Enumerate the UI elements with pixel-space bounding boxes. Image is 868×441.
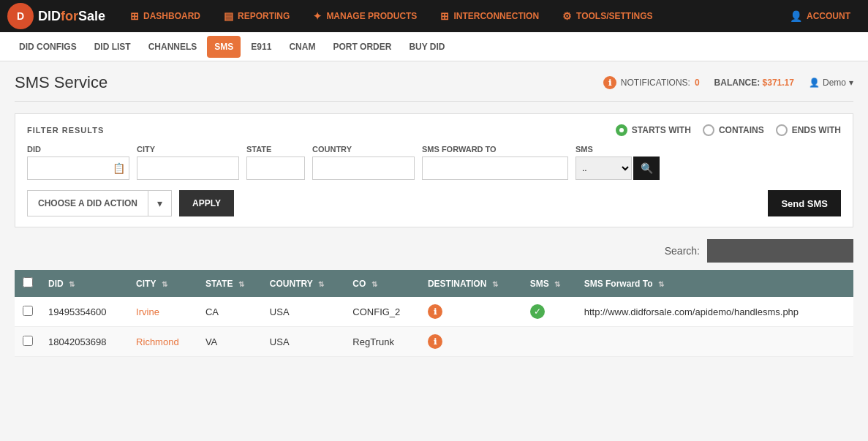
- nav-item-reporting[interactable]: ▤ REPORTING: [214, 4, 300, 28]
- nav-item-manage-products[interactable]: ✦ MANAGE PRODUCTS: [303, 4, 427, 28]
- filter-field-country: COUNTRY: [312, 145, 415, 180]
- country-input[interactable]: [312, 157, 415, 180]
- city-label: CITY: [137, 145, 239, 154]
- sub-navigation: DID CONFIGS DID LIST CHANNELS SMS E911 C…: [0, 32, 868, 61]
- col-header-did[interactable]: DID ⇅: [41, 270, 129, 297]
- data-table: DID ⇅ CITY ⇅ STATE ⇅ COUNTRY ⇅: [15, 270, 853, 357]
- starts-with-radio[interactable]: [616, 124, 627, 136]
- logo[interactable]: D DIDforSale: [7, 3, 105, 29]
- sub-nav-e911[interactable]: E911: [244, 36, 279, 58]
- nav-label-account: ACCOUNT: [807, 11, 850, 21]
- chevron-down-icon: ▾: [849, 78, 853, 88]
- search-button[interactable]: 🔍: [633, 157, 660, 180]
- col-header-state[interactable]: STATE ⇅: [198, 270, 263, 297]
- contains-radio[interactable]: [703, 124, 714, 136]
- cell-co: RegTrunk: [345, 327, 420, 357]
- cell-destination: ℹ: [420, 327, 523, 357]
- ends-with-label: ENDS WITH: [792, 125, 841, 135]
- cell-destination: ℹ: [420, 297, 523, 327]
- cell-co: CONFIG_2: [345, 297, 420, 327]
- filter-contains[interactable]: CONTAINS: [703, 124, 764, 136]
- table-search-input[interactable]: [707, 239, 853, 263]
- table-row: 18042053698 Richmond VA USA RegTrunk ℹ: [15, 327, 853, 357]
- filter-ends-with[interactable]: ENDS WITH: [776, 124, 841, 136]
- row-checkbox-cell: [15, 297, 41, 327]
- sort-icon-state: ⇅: [238, 280, 244, 288]
- filter-field-state: STATE: [246, 145, 305, 180]
- select-all-checkbox[interactable]: [23, 277, 33, 287]
- city-link[interactable]: Irvine: [136, 306, 159, 317]
- cell-state: VA: [198, 327, 263, 357]
- col-header-destination[interactable]: DESTINATION ⇅: [420, 270, 523, 297]
- filter-header: FILTER RESULTS STARTS WITH CONTAINS ENDS…: [27, 124, 841, 136]
- logo-text: DIDforSale: [38, 9, 105, 24]
- filter-options: STARTS WITH CONTAINS ENDS WITH: [616, 124, 841, 136]
- cell-country: USA: [263, 297, 345, 327]
- cell-state: CA: [198, 297, 263, 327]
- cell-city: Irvine: [129, 297, 198, 327]
- sub-nav-sms[interactable]: SMS: [207, 36, 241, 58]
- apply-button[interactable]: APPLY: [179, 190, 234, 216]
- filter-field-city: CITY: [137, 145, 239, 180]
- nav-item-interconnection[interactable]: ⊞ INTERCONNECTION: [430, 4, 549, 28]
- sort-icon-sms: ⇅: [554, 280, 560, 288]
- sub-nav-channels[interactable]: CHANNELS: [141, 36, 205, 58]
- sub-nav-did-list[interactable]: DID LIST: [87, 36, 138, 58]
- nav-label-manage-products: MANAGE PRODUCTS: [326, 11, 417, 21]
- tools-icon: ⚙: [562, 10, 572, 22]
- sms-select[interactable]: .. Enabled Disabled: [575, 157, 632, 180]
- account-avatar-icon: 👤: [809, 78, 820, 88]
- sub-nav-port-order[interactable]: PORT ORDER: [325, 36, 399, 58]
- filter-fields: DID 📋 CITY STATE COUNTRY SMS Forward To: [27, 145, 841, 180]
- col-header-co[interactable]: CO ⇅: [345, 270, 420, 297]
- notifications-count: 0: [695, 78, 700, 88]
- col-header-city[interactable]: CITY ⇅: [129, 270, 198, 297]
- sort-icon-sms-forward: ⇅: [658, 280, 664, 288]
- sub-nav-cnam[interactable]: CNAM: [282, 36, 322, 58]
- cell-sms: ✓: [523, 297, 577, 327]
- demo-account-button[interactable]: 👤 Demo ▾: [809, 78, 853, 88]
- send-sms-button[interactable]: Send SMS: [768, 190, 841, 216]
- destination-info-icon[interactable]: ℹ: [428, 304, 442, 319]
- did-action-select[interactable]: CHOOSE A DID ACTION ▾: [27, 190, 172, 216]
- did-label: DID: [27, 145, 129, 154]
- contains-label: CONTAINS: [719, 125, 764, 135]
- did-action-dropdown-arrow[interactable]: ▾: [148, 191, 171, 216]
- sms-forward-label: SMS Forward To: [422, 145, 568, 154]
- filter-starts-with[interactable]: STARTS WITH: [616, 124, 691, 136]
- nav-label-reporting: REPORTING: [238, 11, 290, 21]
- page-header: SMS Service ℹ NOTIFICATIONS: 0 BALANCE: …: [15, 73, 853, 102]
- sort-icon-city: ⇅: [162, 280, 167, 288]
- did-action-label: CHOOSE A DID ACTION: [28, 198, 148, 208]
- filter-field-sms: SMS .. Enabled Disabled 🔍: [575, 145, 660, 180]
- cell-did: 19495354600: [41, 297, 129, 327]
- col-header-country[interactable]: COUNTRY ⇅: [263, 270, 345, 297]
- row-checkbox-cell: [15, 327, 41, 357]
- row-checkbox[interactable]: [23, 306, 33, 316]
- sort-icon-destination: ⇅: [492, 280, 498, 288]
- sort-icon-did: ⇅: [69, 280, 75, 288]
- nav-item-tools-settings[interactable]: ⚙ TOOLS/SETTINGS: [552, 4, 663, 28]
- table-header: DID ⇅ CITY ⇅ STATE ⇅ COUNTRY ⇅: [15, 270, 853, 297]
- col-header-sms[interactable]: SMS ⇅: [523, 270, 577, 297]
- sub-nav-did-configs[interactable]: DID CONFIGS: [12, 36, 84, 58]
- cell-city: Richmond: [129, 327, 198, 357]
- nav-item-account[interactable]: 👤 ACCOUNT: [780, 4, 861, 28]
- main-content: SMS Service ℹ NOTIFICATIONS: 0 BALANCE: …: [0, 61, 868, 369]
- select-all-header: [15, 270, 41, 297]
- state-input[interactable]: [246, 157, 305, 180]
- city-link[interactable]: Richmond: [136, 336, 179, 347]
- nav-item-dashboard[interactable]: ⊞ DASHBOARD: [120, 4, 211, 28]
- balance-amount: $371.17: [763, 78, 794, 88]
- city-input[interactable]: [137, 157, 239, 180]
- country-label: COUNTRY: [312, 145, 415, 154]
- account-name: Demo: [823, 78, 846, 88]
- sms-forward-input[interactable]: [422, 157, 568, 180]
- destination-info-icon[interactable]: ℹ: [428, 334, 442, 349]
- row-checkbox[interactable]: [23, 336, 33, 346]
- sub-nav-buy-did[interactable]: BUY DID: [401, 36, 452, 58]
- notification-icon: ℹ: [603, 76, 616, 89]
- col-header-sms-forward[interactable]: SMS Forward To ⇅: [577, 270, 853, 297]
- ends-with-radio[interactable]: [776, 124, 788, 136]
- state-label: STATE: [246, 145, 305, 154]
